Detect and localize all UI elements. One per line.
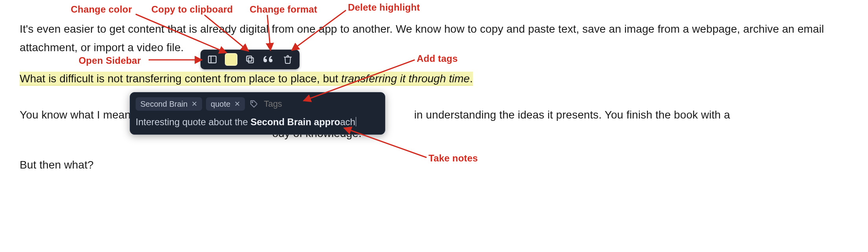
article-canvas: It's even easier to get content that is … <box>0 0 868 252</box>
highlight-toolbar <box>200 50 300 69</box>
change-format-button[interactable] <box>260 51 278 68</box>
annotation-copy: Copy to clipboard <box>151 4 233 15</box>
color-swatch-icon <box>225 53 237 66</box>
text-caret <box>356 117 357 126</box>
tag-remove-icon[interactable]: ✕ <box>191 99 197 109</box>
sidebar-icon <box>207 54 217 65</box>
tag-input[interactable] <box>263 98 304 109</box>
annotation-add-tags: Add tags <box>417 53 458 64</box>
annotation-take-notes: Take notes <box>428 153 478 164</box>
note-text-plain-2: ach <box>340 117 355 127</box>
paragraph-1: It's even easier to get content that is … <box>20 20 848 57</box>
svg-point-4 <box>252 102 253 103</box>
annotation-open-sidebar: Open Sidebar <box>79 55 141 66</box>
open-sidebar-button[interactable] <box>204 51 221 68</box>
svg-rect-3 <box>246 56 252 61</box>
highlighted-passage[interactable]: What is difficult is not transferring co… <box>20 71 473 87</box>
note-textarea[interactable]: Interesting quote about the Second Brain… <box>136 116 379 128</box>
tag-remove-icon[interactable]: ✕ <box>234 99 240 109</box>
tag-chip-label: Second Brain <box>140 99 188 109</box>
note-text-plain-1: Interesting quote about the <box>136 117 250 127</box>
copy-icon <box>245 54 255 65</box>
quote-icon <box>263 56 274 63</box>
tag-icon <box>249 99 259 109</box>
copy-button[interactable] <box>241 51 259 68</box>
tag-chip-second-brain[interactable]: Second Brain ✕ <box>136 97 202 111</box>
highlight-text-italic: transferring it through time <box>341 72 470 85</box>
paragraph-3b: in understanding the ideas it presents. … <box>414 109 730 121</box>
change-color-button[interactable] <box>223 51 240 68</box>
delete-highlight-button[interactable] <box>279 51 296 68</box>
note-text-bold-1: Second Brain appro <box>250 117 340 127</box>
paragraph-3a: You know what I mean <box>20 109 131 121</box>
tag-chip-label: quote <box>211 99 230 109</box>
tag-chip-quote[interactable]: quote ✕ <box>206 97 245 111</box>
highlight-text-tail: . <box>470 72 473 85</box>
svg-rect-2 <box>248 58 254 63</box>
annotation-change-color: Change color <box>71 4 132 15</box>
trash-icon <box>283 54 292 65</box>
annotation-delete-highlight: Delete highlight <box>348 2 420 13</box>
svg-rect-0 <box>208 56 216 63</box>
note-panel: Second Brain ✕ quote ✕ Interesting quote… <box>130 92 385 135</box>
tag-row: Second Brain ✕ quote ✕ <box>136 97 379 111</box>
annotation-change-format: Change format <box>250 4 317 15</box>
highlight-text-plain: What is difficult is not transferring co… <box>20 72 341 85</box>
